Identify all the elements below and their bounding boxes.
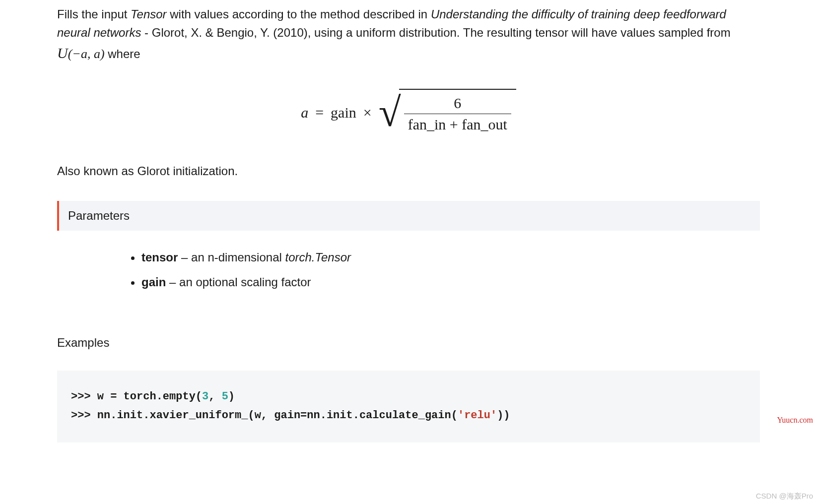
param-item: gain – an optional scaling factor (141, 273, 760, 291)
intro-text: Fills the input (57, 7, 131, 21)
math-args: (−a, a) (68, 47, 105, 61)
fraction-denominator: fan_in + fan_out (404, 114, 511, 132)
radicand: 6 fan_in + fan_out (399, 89, 516, 136)
radical-sign: √ (379, 89, 401, 136)
doc-page: Fills the input Tensor with values accor… (0, 0, 817, 442)
sqrt: √ 6 fan_in + fan_out (379, 89, 516, 136)
intro-paragraph: Fills the input Tensor with values accor… (57, 5, 760, 65)
code-number: 5 (222, 390, 228, 403)
code-text: , (208, 390, 221, 403)
param-name: gain (141, 275, 166, 289)
param-sep: – (166, 275, 179, 289)
times-sign: × (363, 105, 372, 120)
equals-sign: = (315, 105, 324, 120)
formula-gain: gain (331, 105, 356, 120)
code-text: w = torch.empty( (97, 390, 202, 403)
formula-inner: a = gain × √ 6 fan_in + fan_out (301, 89, 516, 136)
formula: a = gain × √ 6 fan_in + fan_out (57, 89, 760, 136)
code-prompt: >>> (71, 409, 97, 422)
code-string: 'relu' (458, 409, 497, 422)
param-desc-em: torch.Tensor (285, 251, 351, 264)
watermark-yuucn: Yuucn.com (777, 416, 813, 425)
intro-tensor: Tensor (131, 7, 167, 21)
math-cal-u: U (57, 45, 68, 61)
intro-text: - Glorot, X. & Bengio, Y. (2010), using … (141, 26, 730, 39)
param-desc: an optional scaling factor (179, 275, 311, 289)
parameters-list: tensor – an n-dimensional torch.Tensor g… (57, 249, 760, 291)
code-example: >>> w = torch.empty(3, 5) >>> nn.init.xa… (57, 371, 760, 442)
parameters-heading: Parameters (57, 201, 760, 231)
math-distribution: U(−a, a) (57, 47, 105, 61)
glorot-note: Also known as Glorot initialization. (57, 164, 760, 178)
code-prompt: >>> (71, 390, 97, 403)
code-text: ) (228, 390, 235, 403)
formula-lhs: a (301, 105, 308, 120)
code-text: nn.init.xavier_uniform_(w, gain=nn.init.… (97, 409, 458, 422)
param-item: tensor – an n-dimensional torch.Tensor (141, 249, 760, 266)
code-text: )) (497, 409, 510, 422)
param-sep: – (178, 251, 191, 264)
examples-heading: Examples (57, 336, 760, 350)
watermark-csdn: CSDN @海轰Pro (756, 492, 813, 501)
intro-text: with values according to the method desc… (167, 7, 431, 21)
intro-text: where (105, 47, 140, 61)
code-number: 3 (202, 390, 208, 403)
param-desc: an n-dimensional (191, 251, 285, 264)
param-name: tensor (141, 251, 178, 264)
fraction-numerator: 6 (450, 96, 465, 114)
